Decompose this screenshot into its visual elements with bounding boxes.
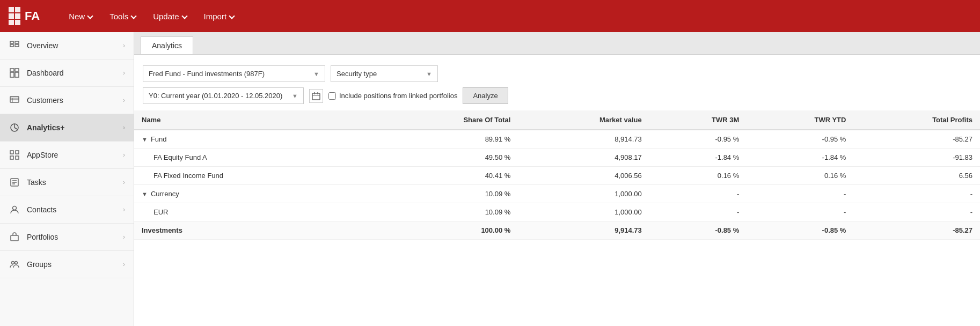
linked-portfolios-checkbox[interactable] bbox=[328, 92, 336, 100]
col-twr-3m: TWR 3M bbox=[649, 110, 747, 130]
dashboard-icon bbox=[9, 67, 20, 79]
nav-import[interactable]: Import bbox=[196, 8, 242, 25]
sidebar-item-groups[interactable]: Groups › bbox=[0, 251, 134, 278]
col-twr-ytd: TWR YTD bbox=[747, 110, 853, 130]
table-row: ▼Fund89.91 %8,914.73-0.95 %-0.95 %-85.27 bbox=[134, 130, 980, 149]
fund-dropdown[interactable]: Fred Fund - Fund investments (987F) ▼ bbox=[143, 65, 325, 82]
sidebar-item-customers[interactable]: Customers › bbox=[0, 87, 134, 114]
table-cell-total-profits: - bbox=[853, 203, 980, 221]
customers-arrow: › bbox=[123, 97, 125, 104]
table-header-row: Name Share Of Total Market value TWR 3M … bbox=[134, 110, 980, 130]
svg-rect-15 bbox=[10, 151, 13, 154]
sidebar-item-overview[interactable]: Overview › bbox=[0, 32, 134, 60]
main-layout: Overview › Dashboard › Customers › Analy… bbox=[0, 32, 980, 326]
table-cell-twr-3m: -0.85 % bbox=[649, 221, 747, 240]
contacts-arrow: › bbox=[123, 206, 125, 213]
nav-new[interactable]: New bbox=[61, 8, 100, 25]
table-cell-twr-ytd: - bbox=[747, 203, 853, 221]
table-cell-twr-ytd: -0.95 % bbox=[747, 130, 853, 149]
dashboard-arrow: › bbox=[123, 69, 125, 77]
security-type-arrow: ▼ bbox=[426, 71, 432, 77]
top-nav: FA New Tools Update Import bbox=[0, 0, 980, 32]
tasks-arrow: › bbox=[123, 179, 125, 186]
sidebar: Overview › Dashboard › Customers › Analy… bbox=[0, 32, 134, 326]
nav-new-arrow bbox=[87, 13, 93, 19]
table-cell-twr-3m: - bbox=[649, 203, 747, 221]
sidebar-item-portfolios[interactable]: Portfolios › bbox=[0, 224, 134, 251]
svg-rect-2 bbox=[15, 41, 19, 43]
customers-icon bbox=[9, 94, 20, 106]
analytics-arrow: › bbox=[123, 124, 125, 131]
col-share: Share Of Total bbox=[376, 110, 518, 130]
contacts-icon bbox=[9, 204, 20, 216]
table-row: FA Equity Fund A49.50 %4,908.17-1.84 %-1… bbox=[134, 149, 980, 167]
analytics-icon bbox=[9, 122, 20, 134]
table-cell-total-profits: -91.83 bbox=[853, 149, 980, 167]
table-row: FA Fixed Income Fund40.41 %4,006.560.16 … bbox=[134, 167, 980, 185]
analyze-button[interactable]: Analyze bbox=[463, 87, 508, 104]
table-cell-twr-3m: 0.16 % bbox=[649, 167, 747, 185]
table-cell-twr-3m: -1.84 % bbox=[649, 149, 747, 167]
nav-tools-arrow bbox=[131, 13, 137, 19]
table-cell-name: ▼Currency bbox=[134, 185, 376, 203]
logo-grid-icon bbox=[9, 7, 20, 25]
date-dropdown[interactable]: Y0: Current year (01.01.2020 - 12.05.202… bbox=[143, 87, 304, 104]
table-cell-market-value: 1,000.00 bbox=[518, 185, 649, 203]
sidebar-item-appstore[interactable]: AppStore › bbox=[0, 142, 134, 169]
svg-rect-0 bbox=[10, 41, 13, 43]
table-cell-share: 100.00 % bbox=[376, 221, 518, 240]
table-cell-share: 40.41 % bbox=[376, 167, 518, 185]
nav-update[interactable]: Update bbox=[145, 8, 194, 25]
table-wrapper: Name Share Of Total Market value TWR 3M … bbox=[134, 110, 980, 326]
expand-arrow[interactable]: ▼ bbox=[142, 191, 148, 197]
table-cell-twr-ytd: 0.16 % bbox=[747, 167, 853, 185]
svg-point-23 bbox=[13, 206, 17, 210]
svg-rect-5 bbox=[15, 69, 19, 71]
col-name: Name bbox=[134, 110, 376, 130]
expand-arrow[interactable]: ▼ bbox=[142, 136, 148, 143]
svg-point-25 bbox=[12, 262, 14, 264]
svg-rect-16 bbox=[16, 151, 19, 154]
svg-rect-18 bbox=[16, 156, 19, 159]
app-logo: FA bbox=[9, 7, 40, 25]
table-cell-market-value: 8,914.73 bbox=[518, 130, 649, 149]
calendar-button[interactable] bbox=[309, 89, 323, 103]
svg-point-26 bbox=[15, 262, 18, 264]
portfolios-icon bbox=[9, 231, 20, 243]
sidebar-item-contacts[interactable]: Contacts › bbox=[0, 196, 134, 224]
col-market-value: Market value bbox=[518, 110, 649, 130]
table-cell-name: FA Equity Fund A bbox=[134, 149, 376, 167]
table-row: Investments100.00 %9,914.73-0.85 %-0.85 … bbox=[134, 221, 980, 240]
nav-menu: New Tools Update Import bbox=[61, 8, 242, 25]
svg-line-14 bbox=[14, 128, 17, 129]
overview-arrow: › bbox=[123, 42, 125, 49]
svg-rect-6 bbox=[10, 72, 14, 77]
table-cell-market-value: 4,006.56 bbox=[518, 167, 649, 185]
sidebar-item-tasks[interactable]: Tasks › bbox=[0, 169, 134, 196]
nav-import-arrow bbox=[229, 13, 235, 19]
table-cell-share: 49.50 % bbox=[376, 149, 518, 167]
table-cell-total-profits: 6.56 bbox=[853, 167, 980, 185]
table-cell-name: Investments bbox=[134, 221, 376, 240]
svg-rect-4 bbox=[10, 69, 14, 71]
logo-text: FA bbox=[25, 9, 40, 23]
groups-arrow: › bbox=[123, 261, 125, 268]
nav-tools[interactable]: Tools bbox=[102, 8, 143, 25]
groups-icon bbox=[9, 258, 20, 270]
table-cell-total-profits: -85.27 bbox=[853, 221, 980, 240]
tab-analytics[interactable]: Analytics bbox=[141, 36, 193, 54]
table-cell-share: 10.09 % bbox=[376, 203, 518, 221]
table-cell-twr-ytd: -1.84 % bbox=[747, 149, 853, 167]
table-cell-name: EUR bbox=[134, 203, 376, 221]
table-cell-name: FA Fixed Income Fund bbox=[134, 167, 376, 185]
fund-dropdown-arrow: ▼ bbox=[313, 71, 319, 77]
svg-rect-27 bbox=[312, 93, 320, 100]
sidebar-item-analytics[interactable]: Analytics+ › bbox=[0, 114, 134, 142]
table-cell-twr-ytd: - bbox=[747, 185, 853, 203]
filters-area: Fred Fund - Fund investments (987F) ▼ Se… bbox=[134, 55, 980, 87]
table-cell-name: ▼Fund bbox=[134, 130, 376, 149]
table-cell-share: 10.09 % bbox=[376, 185, 518, 203]
sidebar-item-dashboard[interactable]: Dashboard › bbox=[0, 60, 134, 87]
table-row: ▼Currency10.09 %1,000.00--- bbox=[134, 185, 980, 203]
security-type-dropdown[interactable]: Security type ▼ bbox=[331, 65, 438, 82]
